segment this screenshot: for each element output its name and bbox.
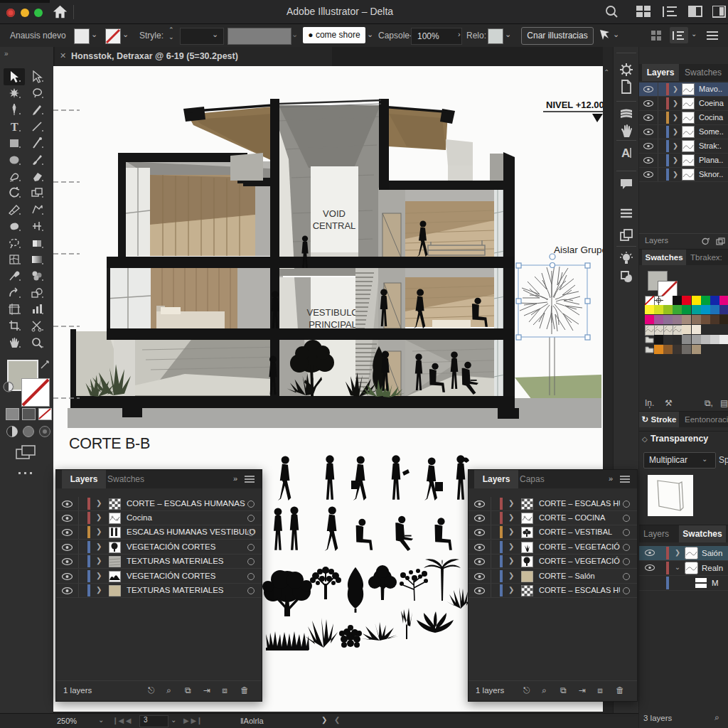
svg-text:CENTRAL: CENTRAL: [313, 220, 356, 231]
svg-text:NIVEL +12.00: NIVEL +12.00: [546, 100, 603, 110]
svg-text:A: A: [621, 146, 630, 160]
svg-text:PRINCIPAL: PRINCIPAL: [309, 319, 357, 330]
svg-text:CORTE B-B: CORTE B-B: [69, 435, 150, 452]
svg-text:VOID: VOID: [323, 208, 346, 219]
svg-text:Aislar Grupo: Aislar Grupo: [554, 245, 603, 255]
svg-text:VESTIBULO: VESTIBULO: [307, 307, 359, 318]
svg-text:T: T: [11, 121, 18, 133]
